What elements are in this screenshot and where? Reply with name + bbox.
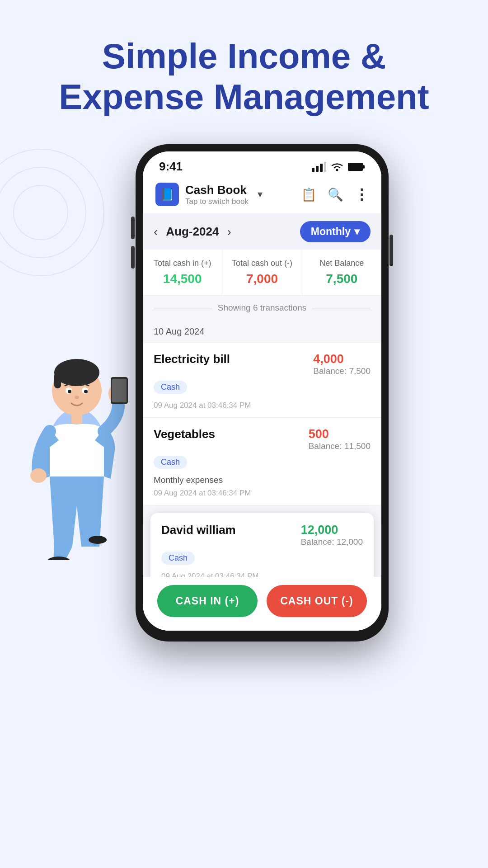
current-date: Aug-2024 xyxy=(166,225,219,239)
book-icon: 📘 xyxy=(155,183,179,206)
book-info[interactable]: 📘 Cash Book Tap to switch book ▾ xyxy=(155,183,263,206)
svg-rect-15 xyxy=(112,379,127,402)
date-navigation: ‹ Aug-2024 › Monthly ▾ xyxy=(143,214,381,250)
transaction-note: Monthly expenses xyxy=(154,475,371,485)
cash-in-summary: Total cash in (+) 14,500 xyxy=(143,250,222,295)
payment-method-tag: Cash xyxy=(161,552,195,565)
transaction-amount: 500 xyxy=(309,427,371,441)
divider-left xyxy=(154,308,212,308)
cash-in-value: 14,500 xyxy=(150,272,215,286)
transaction-balance: Balance: 12,000 xyxy=(301,537,363,547)
svg-rect-21 xyxy=(320,164,323,172)
transaction-name: Vegetables xyxy=(154,427,215,441)
transaction-name: David william xyxy=(161,523,236,537)
phone-mockup-area: 9:41 xyxy=(0,144,488,642)
summary-row: Total cash in (+) 14,500 Total cash out … xyxy=(143,250,381,296)
svg-point-11 xyxy=(75,396,79,399)
bottom-action-buttons: CASH IN (+) CASH OUT (-) xyxy=(143,577,381,631)
transaction-item[interactable]: Vegetables 500 Balance: 11,500 Cash Mont… xyxy=(143,418,381,505)
book-title: Cash Book xyxy=(185,183,249,197)
nav-actions: 📋 🔍 ⋮ xyxy=(301,186,369,203)
transaction-time: 09 Aug 2024 at 03:46:34 PM xyxy=(154,401,371,410)
cash-in-label: Total cash in (+) xyxy=(150,259,215,268)
transaction-amount-area: 12,000 Balance: 12,000 xyxy=(301,523,363,547)
battery-icon xyxy=(348,162,365,171)
date-nav-left: ‹ Aug-2024 › xyxy=(154,225,231,239)
svg-rect-22 xyxy=(324,162,326,172)
report-icon[interactable]: 📋 xyxy=(301,187,317,202)
svg-rect-19 xyxy=(312,168,314,172)
svg-point-18 xyxy=(89,536,107,544)
svg-rect-12 xyxy=(71,412,82,424)
svg-rect-24 xyxy=(348,163,363,170)
transaction-balance: Balance: 7,500 xyxy=(313,366,371,376)
phone-frame: 9:41 xyxy=(136,144,389,642)
transaction-count-row: Showing 6 transactions xyxy=(143,296,381,320)
cash-out-button[interactable]: CASH OUT (-) xyxy=(267,585,367,617)
transaction-amount: 4,000 xyxy=(313,352,371,366)
more-options-icon[interactable]: ⋮ xyxy=(354,186,369,203)
svg-point-16 xyxy=(30,468,47,483)
prev-date-button[interactable]: ‹ xyxy=(154,225,158,239)
book-details: Cash Book Tap to switch book xyxy=(185,183,249,206)
transaction-top: David william 12,000 Balance: 12,000 xyxy=(161,523,363,547)
svg-rect-20 xyxy=(316,166,319,172)
transaction-amount-area: 500 Balance: 11,500 xyxy=(309,427,371,451)
transaction-balance: Balance: 11,500 xyxy=(309,441,371,451)
wifi-icon xyxy=(331,162,343,172)
balance-label: Net Balance xyxy=(310,259,374,268)
transaction-amount: 12,000 xyxy=(301,523,363,537)
payment-method-tag: Cash xyxy=(154,456,187,469)
status-bar: 9:41 xyxy=(143,151,381,177)
cash-out-label: Total cash out (-) xyxy=(230,259,294,268)
date-group-text: 10 Aug 2024 xyxy=(154,326,204,336)
volume-down-button xyxy=(131,246,135,269)
character-illustration xyxy=(14,307,140,560)
transaction-name: Electricity bill xyxy=(154,352,230,366)
divider-right xyxy=(312,308,371,308)
transaction-count-label: Showing 6 transactions xyxy=(218,303,306,313)
balance-summary: Net Balance 7,500 xyxy=(302,250,381,295)
transaction-time: 09 Aug 2024 at 03:46:34 PM xyxy=(154,489,371,498)
volume-up-button xyxy=(131,217,135,239)
top-navigation: 📘 Cash Book Tap to switch book ▾ 📋 🔍 ⋮ xyxy=(143,177,381,214)
book-subtitle: Tap to switch book xyxy=(185,197,249,206)
status-icons xyxy=(312,162,365,172)
cash-out-summary: Total cash out (-) 7,000 xyxy=(222,250,302,295)
cash-in-button[interactable]: CASH IN (+) xyxy=(157,585,258,617)
cash-out-value: 7,000 xyxy=(230,272,294,286)
period-chevron-icon: ▾ xyxy=(354,226,360,238)
payment-method-tag: Cash xyxy=(154,381,187,394)
search-icon[interactable]: 🔍 xyxy=(328,187,343,202)
svg-rect-25 xyxy=(363,165,365,169)
signal-icon xyxy=(312,162,326,172)
svg-point-10 xyxy=(84,390,88,393)
next-date-button[interactable]: › xyxy=(227,225,231,239)
transaction-item[interactable]: Electricity bill 4,000 Balance: 7,500 Ca… xyxy=(143,343,381,418)
power-button xyxy=(389,235,393,266)
transaction-amount-area: 4,000 Balance: 7,500 xyxy=(313,352,371,376)
transaction-top: Electricity bill 4,000 Balance: 7,500 xyxy=(154,352,371,376)
svg-rect-6 xyxy=(54,373,61,388)
hero-title: Simple Income & Expense Management xyxy=(0,0,488,135)
date-group-header: 10 Aug 2024 xyxy=(143,320,381,343)
svg-point-9 xyxy=(68,390,71,393)
svg-point-23 xyxy=(336,169,338,171)
transaction-top: Vegetables 500 Balance: 11,500 xyxy=(154,427,371,451)
period-label: Monthly xyxy=(311,226,351,238)
book-dropdown-icon[interactable]: ▾ xyxy=(258,189,263,200)
phone-screen: 9:41 xyxy=(143,151,381,631)
balance-value: 7,500 xyxy=(310,272,374,286)
period-selector[interactable]: Monthly ▾ xyxy=(300,221,371,242)
status-time: 9:41 xyxy=(159,160,183,174)
